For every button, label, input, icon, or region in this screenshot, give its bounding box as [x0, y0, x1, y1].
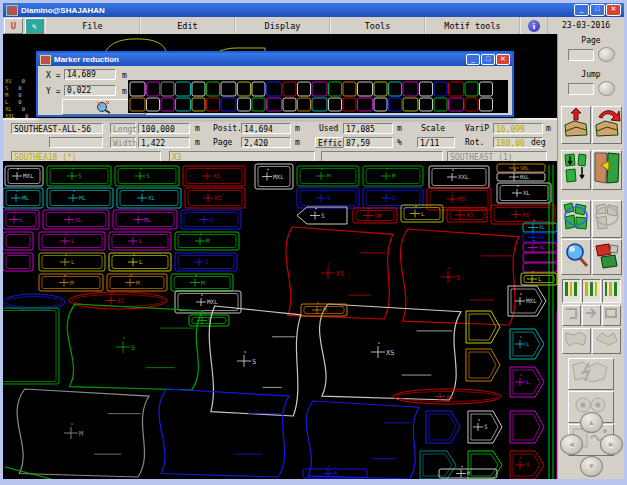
- svg-text:L: L: [20, 216, 24, 223]
- title-bar[interactable]: Diamino@SHAJAHAN _ □ ✕: [3, 3, 624, 17]
- lasso-disabled-button[interactable]: [592, 200, 622, 238]
- map-tool-1-button[interactable]: [562, 328, 591, 354]
- size-count: 0: [22, 78, 25, 84]
- move-pieces-button[interactable]: [561, 150, 591, 190]
- pan-down-button[interactable]: ▼: [580, 456, 603, 477]
- effic-field[interactable]: 87,59: [343, 137, 393, 148]
- info-icon: i: [528, 20, 540, 32]
- close-button[interactable]: ✕: [606, 4, 621, 16]
- svg-text:SM: SM: [374, 212, 382, 219]
- svg-text:XL: XL: [539, 244, 545, 250]
- motif-match-icon: [593, 151, 621, 185]
- app-window: Diamino@SHAJAHAN _ □ ✕ U ✎ File Edit Dis…: [3, 3, 624, 479]
- dialog-title-bar[interactable]: Marker reduction _ □ ✕: [38, 53, 512, 66]
- bar-toggle-3-button[interactable]: [602, 279, 621, 303]
- menu-motif-tools[interactable]: Motif tools: [425, 17, 520, 34]
- svg-text:XS: XS: [386, 349, 394, 357]
- bar-toggle-1-button[interactable]: [562, 279, 581, 303]
- varip-field[interactable]: 16,099: [493, 123, 543, 134]
- pen-tool-button[interactable]: ✎: [25, 18, 44, 34]
- y-label: Y =: [46, 87, 60, 96]
- small-tool-1-button[interactable]: [562, 305, 581, 326]
- map-tool-2-button[interactable]: [592, 328, 621, 354]
- rot-label: Rot.: [465, 137, 484, 148]
- size-row: M0: [5, 92, 22, 98]
- piece-colors-button[interactable]: [592, 239, 622, 275]
- size-label: M: [5, 92, 8, 98]
- marker-canvas[interactable]: MXLSSXSMXLMMXXLSMLMXLXLMLMLXLXSSSMSLXLML…: [3, 161, 557, 479]
- x-field[interactable]: 14,689: [64, 69, 116, 80]
- svg-text:XS: XS: [336, 270, 344, 278]
- svg-text:ML: ML: [144, 216, 152, 223]
- size-row: S0: [5, 85, 22, 91]
- dialog-close-button[interactable]: ✕: [496, 54, 510, 65]
- small-tool-3-button[interactable]: [602, 305, 621, 326]
- svg-text:ML: ML: [79, 194, 87, 201]
- small-tool-2-button[interactable]: [582, 305, 601, 326]
- page-nav-field[interactable]: [568, 49, 594, 61]
- pan-right-button[interactable]: ▶: [600, 434, 623, 455]
- pattern-pieces-svg[interactable]: MXLSSXSMXLMMXXLSMLMXLXLMLMLXLXSSSMSLXLML…: [3, 161, 557, 479]
- pan-up-button[interactable]: ▲: [580, 412, 603, 433]
- zoom-button[interactable]: [561, 239, 591, 275]
- marker-info-panel: SOUTHEAST-ALL-56 Length 100,000 m Width …: [3, 118, 557, 161]
- maximize-button[interactable]: □: [590, 4, 605, 16]
- fold-up-icon: [562, 107, 590, 139]
- fold-up-button[interactable]: [561, 106, 591, 144]
- svg-text:S: S: [327, 194, 331, 201]
- marker-sub-field[interactable]: [49, 137, 103, 148]
- dialog-body: X = 14,689 m Y = 0,022 m: [38, 66, 512, 115]
- big-tool-1-button[interactable]: [568, 358, 614, 390]
- svg-text:M: M: [334, 470, 337, 476]
- jump-nav-button[interactable]: [598, 81, 615, 96]
- svg-text:S: S: [392, 194, 396, 201]
- info-button[interactable]: i: [520, 17, 548, 34]
- svg-text:M: M: [392, 172, 396, 179]
- marker-reduction-dialog: Marker reduction _ □ ✕ X = 14,689 m Y = …: [36, 51, 514, 117]
- effic-unit: %: [397, 137, 402, 148]
- marker-preview[interactable]: [128, 80, 508, 113]
- menu-file[interactable]: File: [45, 17, 140, 34]
- dialog-maximize-button[interactable]: □: [481, 54, 495, 65]
- length-unit: m: [195, 123, 200, 134]
- svg-text:S: S: [252, 358, 256, 366]
- fold-over-button[interactable]: [592, 106, 622, 144]
- svg-text:S: S: [205, 258, 209, 265]
- page-unit: m: [295, 137, 300, 148]
- svg-text:XL: XL: [539, 234, 545, 240]
- page-field[interactable]: 2,420: [241, 137, 291, 148]
- svg-text:M: M: [136, 279, 140, 286]
- used-field[interactable]: 17,085: [343, 123, 393, 134]
- svg-text:MXL: MXL: [520, 174, 529, 180]
- menu-bar: U ✎ File Edit Display Tools Motif tools …: [3, 17, 624, 35]
- svg-text:XS: XS: [213, 172, 221, 179]
- menu-display[interactable]: Display: [235, 17, 330, 34]
- undo-tool-button[interactable]: U: [4, 18, 23, 34]
- menu-tools[interactable]: Tools: [330, 17, 425, 34]
- lasso-select-button[interactable]: [561, 200, 591, 238]
- menu-edit[interactable]: Edit: [140, 17, 235, 34]
- svg-text:S: S: [484, 423, 488, 430]
- svg-text:XS: XS: [522, 211, 530, 218]
- y-field[interactable]: 0,022: [64, 85, 116, 96]
- posit-field[interactable]: 14,694: [241, 123, 291, 134]
- bar-toggle-2-button[interactable]: [582, 279, 601, 303]
- scale-field[interactable]: 1/11: [417, 137, 455, 148]
- svg-text:XL: XL: [148, 194, 156, 201]
- svg-text:S: S: [131, 344, 135, 352]
- width-field[interactable]: 1,422: [138, 137, 190, 148]
- pan-left-button[interactable]: ◀: [560, 434, 583, 455]
- size-label: L: [5, 99, 8, 105]
- piece-colors-icon: [593, 240, 621, 270]
- page-nav-button[interactable]: [598, 47, 615, 62]
- jump-nav-field[interactable]: [568, 83, 594, 95]
- marker-name-field[interactable]: SOUTHEAST-ALL-56: [11, 123, 103, 134]
- minimize-button[interactable]: _: [574, 4, 589, 16]
- length-field[interactable]: 100,000: [138, 123, 190, 134]
- scale-label: Scale: [421, 123, 445, 134]
- svg-text:XL: XL: [539, 224, 545, 230]
- desktop-frame: Diamino@SHAJAHAN _ □ ✕ U ✎ File Edit Dis…: [0, 0, 627, 485]
- motif-match-button[interactable]: [592, 150, 622, 190]
- dialog-minimize-button[interactable]: _: [466, 54, 480, 65]
- svg-text:M: M: [467, 470, 470, 476]
